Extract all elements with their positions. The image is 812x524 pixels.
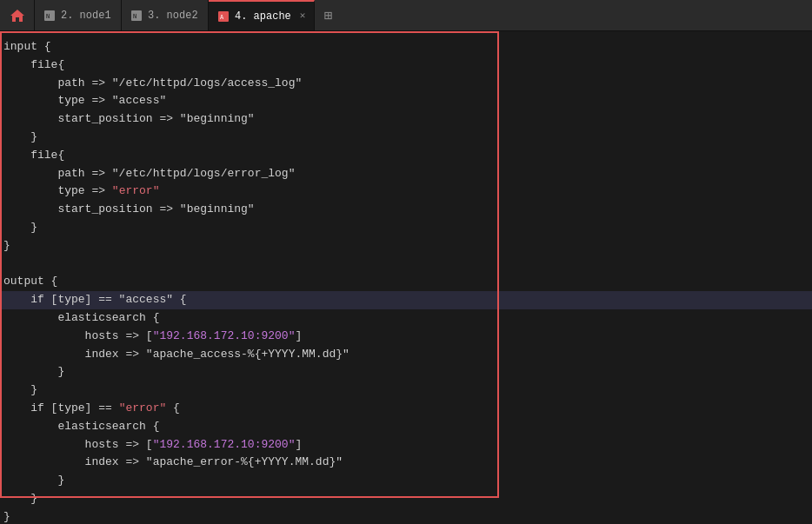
code-line: } bbox=[0, 490, 812, 508]
tab-icon-node2: N bbox=[130, 10, 143, 22]
code-token: { bbox=[166, 400, 180, 418]
code-token: ] bbox=[295, 328, 302, 346]
code-line: path => "/etc/httpd/logs/error_log" bbox=[0, 165, 812, 183]
tab-icon-apache: A bbox=[217, 10, 230, 23]
code-token: path => "/etc/httpd/logs/access_log" bbox=[3, 75, 302, 93]
svg-text:N: N bbox=[46, 13, 50, 20]
code-token: "192.168.172.10:9200" bbox=[153, 436, 296, 454]
code-token: } bbox=[3, 219, 37, 237]
code-line: } bbox=[0, 472, 812, 490]
code-token: "192.168.172.10:9200" bbox=[153, 328, 296, 346]
code-token: input { bbox=[3, 38, 51, 56]
svg-marker-0 bbox=[10, 10, 24, 22]
code-line: elasticsearch { bbox=[0, 418, 812, 436]
code-token: } bbox=[3, 508, 10, 524]
editor: input { file{ path => "/etc/httpd/logs/a… bbox=[0, 31, 812, 524]
code-token: path => "/etc/httpd/logs/error_log" bbox=[3, 165, 295, 183]
code-token: "error" bbox=[119, 400, 167, 418]
tab-label-apache: 4. apache bbox=[235, 10, 291, 23]
code-token: start_position => "beginning" bbox=[3, 110, 255, 129]
tab-apache[interactable]: A 4. apache ✕ bbox=[209, 0, 315, 30]
code-token: hosts => [ bbox=[3, 328, 153, 346]
code-line: output { bbox=[0, 273, 812, 291]
code-line: hosts => ["192.168.172.10:9200"] bbox=[0, 328, 812, 346]
tab-icon-node1: N bbox=[43, 10, 56, 22]
code-line: file{ bbox=[0, 147, 812, 165]
code-token: elasticsearch { bbox=[3, 418, 159, 436]
code-line: } bbox=[0, 508, 812, 524]
code-token: if [type] == bbox=[3, 400, 119, 418]
code-token: file{ bbox=[3, 147, 64, 165]
code-token: elasticsearch { bbox=[3, 309, 159, 328]
svg-text:N: N bbox=[133, 13, 136, 20]
code-line: } bbox=[0, 219, 812, 237]
code-token: } bbox=[3, 472, 64, 490]
code-content[interactable]: input { file{ path => "/etc/httpd/logs/a… bbox=[0, 31, 812, 524]
code-line: start_position => "beginning" bbox=[0, 201, 812, 219]
code-token: start_position => "beginning" bbox=[3, 201, 255, 219]
code-line: } bbox=[0, 363, 812, 381]
tab-label-node2: 3. node2 bbox=[148, 10, 198, 22]
code-line: } bbox=[0, 381, 812, 400]
code-line: index => "apache_error-%{+YYYY.MM.dd}" bbox=[0, 454, 812, 472]
code-line: if [type] == "error" { bbox=[0, 400, 812, 418]
code-token: hosts => [ bbox=[3, 436, 153, 454]
code-token: ] bbox=[295, 436, 302, 454]
code-line: } bbox=[0, 237, 812, 255]
code-token: type => bbox=[3, 182, 112, 201]
code-token: } bbox=[3, 381, 37, 400]
code-line: type => "error" bbox=[0, 182, 812, 201]
code-token: type => "access" bbox=[3, 92, 166, 110]
code-line: elasticsearch { bbox=[0, 309, 812, 328]
code-token: if [type] == "access" { bbox=[3, 291, 187, 309]
tab-label-node1: 2. node1 bbox=[61, 10, 111, 22]
code-line: type => "access" bbox=[0, 92, 812, 110]
code-token: } bbox=[3, 363, 64, 381]
code-line: input { bbox=[0, 38, 812, 56]
code-line: file{ bbox=[0, 56, 812, 75]
new-tab-button[interactable]: ⊞ bbox=[315, 0, 341, 30]
code-line: path => "/etc/httpd/logs/access_log" bbox=[0, 75, 812, 93]
code-token: "error" bbox=[112, 182, 160, 201]
code-token: } bbox=[3, 237, 10, 255]
code-token: } bbox=[3, 490, 37, 508]
code-line bbox=[0, 255, 812, 274]
code-token: file{ bbox=[3, 56, 64, 75]
home-icon bbox=[9, 7, 26, 24]
code-line: start_position => "beginning" bbox=[0, 110, 812, 129]
code-line: index => "apache_access-%{+YYYY.MM.dd}" bbox=[0, 346, 812, 364]
tab-node1[interactable]: N 2. node1 bbox=[35, 0, 122, 30]
code-token: index => "apache_error-%{+YYYY.MM.dd}" bbox=[3, 454, 343, 472]
code-line: hosts => ["192.168.172.10:9200"] bbox=[0, 436, 812, 454]
code-line: if [type] == "access" { bbox=[0, 291, 812, 309]
code-token: output { bbox=[3, 273, 57, 291]
tab-bar: N 2. node1 N 3. node2 A 4. apache ✕ ⊞ bbox=[0, 0, 812, 31]
tab-home[interactable] bbox=[0, 0, 35, 30]
code-token: index => "apache_access-%{+YYYY.MM.dd}" bbox=[3, 346, 349, 364]
code-line: } bbox=[0, 129, 812, 147]
tab-node2[interactable]: N 3. node2 bbox=[122, 0, 209, 30]
code-token: } bbox=[3, 129, 37, 147]
tab-close-apache[interactable]: ✕ bbox=[300, 11, 306, 21]
